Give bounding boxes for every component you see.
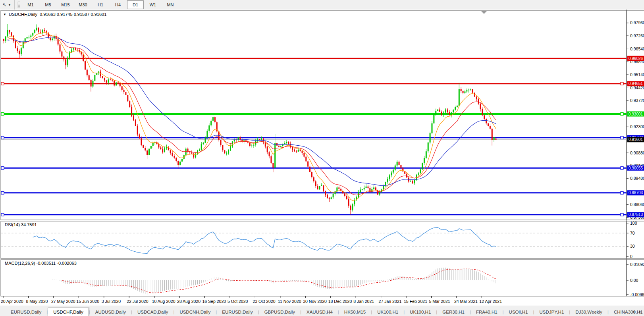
line-handle-left[interactable] (1, 213, 4, 216)
chart-tab-ger30-h1[interactable]: GER30,H1 (437, 308, 470, 316)
price-badge-label: 0.96026 (629, 56, 643, 61)
chart-tab-gbpusd-daily[interactable]: GBPUSD,Daily (259, 308, 300, 316)
candle-body (139, 135, 140, 139)
candle-body (106, 81, 107, 83)
candle-body (170, 150, 171, 153)
candle-body (63, 56, 64, 59)
chart-tab-fra40-h1[interactable]: FRA40,H1 (471, 308, 503, 316)
candle-body (323, 185, 324, 191)
chart-tab-xauusd-h4[interactable]: XAUUSD,H4 (301, 308, 338, 316)
chart-tab-usoil-h1[interactable]: USOil,H1 (504, 308, 533, 316)
timeframe-button-h1[interactable]: H1 (92, 0, 109, 9)
chart-tab-eurusd-daily[interactable]: EURUSD,Daily (6, 308, 46, 316)
candle-body (222, 145, 223, 150)
timeframe-button-d1[interactable]: D1 (127, 0, 144, 9)
candle-body (65, 60, 66, 66)
candle-body (58, 39, 59, 44)
candle-body (451, 112, 452, 115)
candle-body (32, 33, 33, 36)
chart-tab-uk100-h1[interactable]: UK100,H1 (372, 308, 403, 316)
candle-body (315, 181, 316, 186)
candle-body (325, 191, 326, 195)
timeframe-button-w1[interactable]: W1 (145, 0, 161, 9)
tab-scroll-left-button[interactable]: ◄ (631, 308, 636, 315)
date-tick-label: 20 Apr 2020 (1, 299, 23, 304)
timeframe-button-m1[interactable]: M1 (22, 0, 39, 9)
chart-tab-dj30-weekly[interactable]: DJ30,Weekly (570, 308, 607, 316)
candle-body (338, 187, 339, 189)
candle-body (34, 30, 35, 33)
candle-body (11, 32, 12, 35)
candle-body (245, 140, 247, 141)
candle-body (251, 146, 253, 146)
candle-body (457, 106, 458, 107)
candle-body (443, 112, 444, 114)
tab-scroll-right-button[interactable]: ► (637, 308, 643, 315)
chart-tab-audusd-daily[interactable]: AUDUSD,Daily (90, 308, 131, 316)
toolbar-grip-handle[interactable] (17, 2, 20, 8)
candle-body (28, 37, 29, 37)
line-handle-right[interactable] (621, 213, 623, 216)
candle-body (129, 101, 130, 107)
candle-body (494, 137, 495, 140)
date-tick-label: 28 Aug 2020 (177, 299, 201, 304)
line-handle-right[interactable] (621, 167, 623, 170)
chart-canvas[interactable]: 0.979600.972600.965400.958400.951400.944… (0, 10, 644, 306)
candle-body (181, 159, 183, 161)
candle-body (488, 123, 489, 126)
candle-body (431, 123, 432, 133)
candle-body (433, 114, 434, 123)
timeframe-button-m30[interactable]: M30 (75, 0, 91, 9)
candle-body (160, 148, 161, 149)
candle-body (375, 187, 376, 190)
candle-body (112, 79, 113, 80)
candle-body (387, 179, 388, 182)
timeframe-button-h4[interactable]: H4 (110, 0, 126, 9)
line-handle-right[interactable] (621, 136, 623, 139)
candle-body (199, 150, 200, 151)
candle-body (453, 110, 454, 113)
chart-tab-usdjpy-h1[interactable]: USDJPY,H1 (534, 308, 569, 316)
candle-body (158, 144, 159, 147)
candle-body (38, 28, 39, 32)
timeframe-button-m15[interactable]: M15 (57, 0, 74, 9)
candle-body (189, 152, 190, 152)
candle-body (83, 54, 84, 61)
candle-body (317, 186, 318, 190)
line-handle-left[interactable] (1, 167, 4, 170)
candle-body (19, 51, 20, 54)
chevron-down-icon[interactable]: ▼ (8, 3, 11, 7)
candle-body (447, 110, 448, 112)
chart-tab-eurusd-daily[interactable]: EURUSD,Daily (217, 308, 258, 316)
candle-body (230, 146, 231, 150)
candle-body (464, 91, 465, 92)
candle-body (191, 152, 192, 154)
candle-body (449, 112, 450, 115)
chart-tab-usdcnh-daily[interactable]: USDCNH,Daily (174, 308, 216, 316)
candle-body (420, 170, 421, 173)
chart-tab-usdcad-daily[interactable]: USDCAD,Daily (132, 308, 173, 316)
candle-body (311, 172, 312, 177)
chart-tab-uk100-h1[interactable]: UK100,H1 (405, 308, 436, 316)
timeframe-button-mn[interactable]: MN (162, 0, 179, 9)
timeframe-button-m5[interactable]: M5 (40, 0, 56, 9)
line-handle-right[interactable] (621, 191, 623, 194)
date-tick-label: 24 Mar 2021 (454, 299, 478, 304)
chart-tab-hk50-m15[interactable]: HK50,M15 (339, 308, 371, 316)
line-handle-left[interactable] (1, 191, 4, 194)
candle-body (346, 196, 347, 199)
candle-body (121, 86, 123, 90)
line-handle-left[interactable] (1, 82, 4, 85)
symbol-dropdown-icon[interactable]: ▼ (3, 13, 6, 16)
rsi-tick-label: 0 (630, 254, 632, 259)
line-handle-left[interactable] (1, 113, 4, 116)
chart-tab-usdchf-daily[interactable]: USDCHF,Daily (48, 308, 89, 316)
main-panel (1, 10, 627, 220)
line-handle-left[interactable] (1, 136, 4, 139)
candle-body (133, 116, 134, 120)
candle-body (137, 126, 138, 135)
line-handle-right[interactable] (621, 113, 623, 116)
chart-area[interactable]: 0.979600.972600.965400.958400.951400.944… (0, 10, 644, 306)
line-handle-right[interactable] (621, 82, 623, 85)
cursor-tool-button[interactable]: ↖ ▼ (0, 0, 15, 10)
